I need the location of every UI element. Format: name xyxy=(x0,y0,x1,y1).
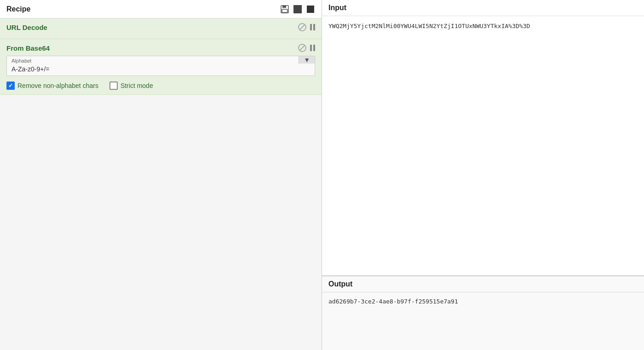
right-panel: Input YWQ2MjY5YjctM2NlMi00YWU4LWI5N2YtZj… xyxy=(322,0,644,350)
url-decode-disable-icon[interactable] xyxy=(298,23,306,31)
input-value: YWQ2MjY5YjctM2NlMi00YWU4LWI5N2YtZjI1OTUx… xyxy=(328,23,530,29)
recipe-header-icons xyxy=(280,5,315,14)
output-section-header: Output xyxy=(322,276,644,292)
alphabet-dropdown-arrow[interactable]: ▼ xyxy=(299,56,315,64)
remove-non-alphabet-checkbox[interactable] xyxy=(6,82,15,90)
input-section-header: Input xyxy=(322,0,644,16)
stop-button[interactable] xyxy=(293,5,302,14)
svg-rect-1 xyxy=(282,6,286,8)
recipe-title: Recipe xyxy=(6,5,30,13)
from-base64-title: From Base64 xyxy=(6,44,50,52)
input-section: Input YWQ2MjY5YjctM2NlMi00YWU4LWI5N2YtZj… xyxy=(322,0,644,276)
alphabet-label: Alphabet xyxy=(12,58,31,64)
remove-non-alphabet-checkbox-item[interactable]: Remove non-alphabet chars xyxy=(6,82,98,90)
recipe-items: URL Decode xyxy=(0,18,322,184)
svg-rect-2 xyxy=(282,9,288,12)
recipe-item-from-base64: From Base64 xyxy=(0,39,322,95)
strict-mode-label: Strict mode xyxy=(121,82,153,89)
recipe-item-url-decode-header: URL Decode xyxy=(6,23,315,31)
alphabet-input-wrap[interactable]: Alphabet ▼ xyxy=(6,56,315,76)
empty-recipe-area xyxy=(0,184,322,350)
strict-mode-checkbox[interactable] xyxy=(109,82,118,90)
options-row: Remove non-alphabet chars Strict mode xyxy=(6,82,315,90)
from-base64-actions xyxy=(298,44,315,52)
url-decode-actions xyxy=(298,23,315,31)
output-value: ad6269b7-3ce2-4ae8-b97f-f259515e7a91 xyxy=(328,298,458,305)
recipe-item-url-decode: URL Decode xyxy=(0,18,322,39)
left-panel: Recipe xyxy=(0,0,322,350)
output-title: Output xyxy=(328,280,352,288)
url-decode-title: URL Decode xyxy=(6,23,47,31)
strict-mode-checkbox-item[interactable]: Strict mode xyxy=(109,82,153,90)
from-base64-disable-icon[interactable] xyxy=(298,44,306,52)
output-text-area: ad6269b7-3ce2-4ae8-b97f-f259515e7a91 xyxy=(322,292,644,310)
recipe-header: Recipe xyxy=(0,0,322,18)
save-button[interactable] xyxy=(280,5,289,14)
from-base64-pause-icon[interactable] xyxy=(310,44,315,52)
recipe-item-from-base64-header: From Base64 xyxy=(6,44,315,52)
url-decode-pause-icon[interactable] xyxy=(310,23,315,31)
remove-non-alphabet-label: Remove non-alphabet chars xyxy=(17,82,98,89)
input-text-area[interactable]: YWQ2MjY5YjctM2NlMi00YWU4LWI5N2YtZjI1OTUx… xyxy=(322,16,644,275)
alphabet-dropdown[interactable]: Alphabet ▼ xyxy=(6,56,315,76)
input-title: Input xyxy=(328,4,346,12)
output-section: Output ad6269b7-3ce2-4ae8-b97f-f259515e7… xyxy=(322,276,644,350)
clear-button[interactable] xyxy=(306,5,315,14)
